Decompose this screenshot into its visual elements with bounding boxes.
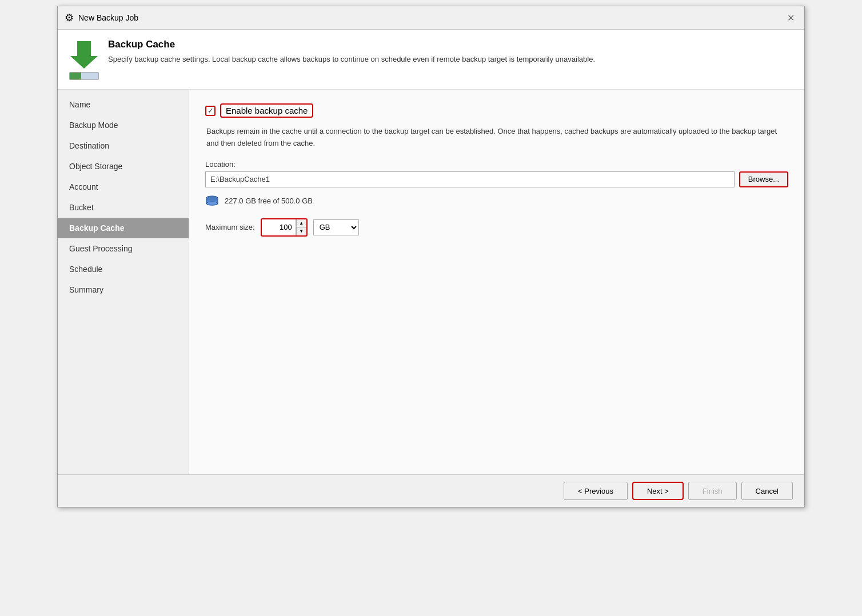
cache-description: Backups remain in the cache until a conn… bbox=[205, 126, 788, 150]
sidebar-item-guest-processing[interactable]: Guest Processing bbox=[58, 238, 189, 259]
header-area: Backup Cache Specify backup cache settin… bbox=[58, 30, 804, 90]
sidebar: Name Backup Mode Destination Object Stor… bbox=[58, 90, 189, 474]
location-input[interactable] bbox=[205, 171, 735, 187]
cancel-button[interactable]: Cancel bbox=[741, 482, 793, 500]
location-input-row: Browse... bbox=[205, 171, 788, 187]
header-title: Backup Cache bbox=[108, 39, 595, 50]
content-area: Name Backup Mode Destination Object Stor… bbox=[58, 90, 804, 474]
next-button[interactable]: Next > bbox=[632, 482, 684, 500]
sidebar-item-backup-mode[interactable]: Backup Mode bbox=[58, 115, 189, 135]
svg-marker-0 bbox=[70, 41, 98, 69]
title-bar: ⚙ New Backup Job ✕ bbox=[58, 6, 804, 30]
unit-select[interactable]: GB TB MB bbox=[313, 219, 359, 235]
sidebar-item-object-storage[interactable]: Object Storage bbox=[58, 156, 189, 177]
storage-info-row: 227.0 GB free of 500.0 GB bbox=[205, 195, 788, 207]
storage-info-text: 227.0 GB free of 500.0 GB bbox=[225, 197, 313, 205]
sidebar-item-summary[interactable]: Summary bbox=[58, 279, 189, 300]
max-size-spinbox[interactable]: ▲ ▼ bbox=[261, 218, 308, 237]
header-description: Specify backup cache settings. Local bac… bbox=[108, 54, 595, 65]
header-icon-area bbox=[69, 39, 99, 80]
browse-button[interactable]: Browse... bbox=[739, 171, 788, 187]
enable-cache-label[interactable]: Enable backup cache bbox=[220, 103, 313, 118]
location-row: Location: Browse... bbox=[205, 160, 788, 187]
max-size-input[interactable] bbox=[262, 219, 296, 235]
sidebar-item-schedule[interactable]: Schedule bbox=[58, 259, 189, 279]
checkmark-icon: ✓ bbox=[207, 106, 214, 115]
max-size-label: Maximum size: bbox=[205, 223, 255, 231]
spin-up-button[interactable]: ▲ bbox=[296, 219, 306, 227]
sidebar-item-destination[interactable]: Destination bbox=[58, 135, 189, 156]
location-label: Location: bbox=[205, 160, 788, 169]
svg-point-2 bbox=[206, 202, 218, 205]
header-text: Backup Cache Specify backup cache settin… bbox=[108, 39, 595, 65]
max-size-row: Maximum size: ▲ ▼ GB TB MB bbox=[205, 218, 788, 237]
enable-cache-checkbox[interactable]: ✓ bbox=[205, 106, 216, 116]
footer: < Previous Next > Finish Cancel bbox=[58, 474, 804, 507]
window-title: New Backup Job bbox=[78, 13, 138, 22]
close-button[interactable]: ✕ bbox=[784, 11, 797, 25]
finish-button[interactable]: Finish bbox=[688, 482, 737, 500]
previous-button[interactable]: < Previous bbox=[564, 482, 628, 500]
sidebar-item-bucket[interactable]: Bucket bbox=[58, 197, 189, 218]
storage-icon bbox=[205, 195, 219, 207]
enable-cache-row: ✓ Enable backup cache bbox=[205, 103, 788, 118]
spinbox-buttons: ▲ ▼ bbox=[296, 219, 306, 235]
progress-indicator bbox=[69, 72, 99, 80]
new-backup-job-window: ⚙ New Backup Job ✕ Backup Cache Specify … bbox=[57, 6, 805, 507]
main-content: ✓ Enable backup cache Backups remain in … bbox=[189, 90, 804, 474]
sidebar-item-account[interactable]: Account bbox=[58, 177, 189, 197]
title-bar-left: ⚙ New Backup Job bbox=[65, 11, 138, 24]
spin-down-button[interactable]: ▼ bbox=[296, 227, 306, 235]
sidebar-item-backup-cache[interactable]: Backup Cache bbox=[58, 218, 189, 238]
app-icon: ⚙ bbox=[65, 11, 74, 24]
arrow-down-icon bbox=[69, 39, 99, 69]
sidebar-item-name[interactable]: Name bbox=[58, 94, 189, 115]
